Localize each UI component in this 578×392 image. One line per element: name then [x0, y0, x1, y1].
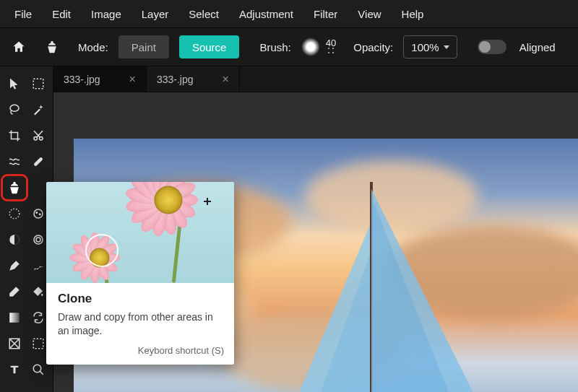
- mode-label: Mode:: [78, 41, 108, 53]
- tool-liquify[interactable]: [4, 152, 25, 172]
- zoom-icon: [32, 363, 45, 376]
- pen-icon: [8, 259, 21, 272]
- menu-select[interactable]: Select: [189, 8, 219, 20]
- home-button[interactable]: [7, 35, 30, 58]
- heal-icon: [32, 155, 45, 168]
- tool-color-replace[interactable]: [29, 308, 49, 328]
- shape-icon: [8, 337, 21, 350]
- menu-help[interactable]: Help: [402, 8, 424, 20]
- svg-point-15: [36, 238, 40, 242]
- tool-marquee[interactable]: [29, 74, 49, 94]
- svg-point-0: [328, 48, 329, 49]
- tool-indicator: [40, 35, 64, 58]
- brush-preview[interactable]: [301, 38, 320, 56]
- svg-point-5: [10, 105, 19, 111]
- tool-draw[interactable]: [29, 256, 49, 276]
- svg-point-12: [40, 214, 41, 215]
- tab-label: 333-.jpg: [64, 74, 100, 85]
- tool-fill[interactable]: [29, 282, 49, 302]
- opacity-dropdown[interactable]: 100%: [403, 35, 457, 58]
- decorative-sail: [316, 254, 370, 392]
- tool-zoom[interactable]: [29, 360, 49, 380]
- frame-icon: [32, 337, 45, 350]
- mode-source-button[interactable]: Source: [179, 35, 240, 58]
- svg-point-1: [332, 48, 334, 49]
- text-icon: [8, 363, 21, 376]
- draw-icon: [32, 259, 45, 272]
- menu-bar: File Edit Image Layer Select Adjustment …: [0, 0, 578, 27]
- chevron-down-icon: [444, 45, 449, 49]
- options-toolbar: Mode: Paint Source Brush: 40 Opacity: 10…: [0, 27, 578, 66]
- menu-image[interactable]: Image: [91, 8, 121, 20]
- clone-source-cross-icon: [204, 198, 211, 205]
- opacity-value: 100%: [411, 41, 439, 53]
- tool-palette: [0, 66, 53, 392]
- tool-gradient[interactable]: [4, 308, 25, 328]
- tool-move[interactable]: [4, 74, 25, 94]
- crop-icon: [8, 129, 21, 142]
- tooltip-description: Draw and copy from other areas in an ima…: [58, 310, 223, 338]
- menu-edit[interactable]: Edit: [52, 8, 71, 20]
- tab-label: 333-.jpg: [157, 74, 194, 85]
- menu-adjustment[interactable]: Adjustment: [239, 8, 293, 20]
- aligned-label: Aligned: [519, 41, 556, 53]
- wand-icon: [32, 103, 45, 116]
- tool-disperse[interactable]: [4, 204, 25, 224]
- close-icon[interactable]: ×: [129, 73, 136, 86]
- svg-rect-16: [9, 313, 20, 323]
- menu-file[interactable]: File: [14, 8, 32, 20]
- svg-point-10: [34, 209, 43, 218]
- aligned-toggle[interactable]: [478, 40, 506, 54]
- brush-size-control[interactable]: 40: [326, 40, 336, 54]
- brush-size-value: 40: [326, 40, 336, 47]
- clone-stamp-icon: [45, 40, 59, 54]
- menu-filter[interactable]: Filter: [314, 8, 337, 20]
- tool-cutout[interactable]: [29, 126, 49, 146]
- document-tab-1[interactable]: 333-.jpg ×: [147, 66, 240, 92]
- menu-layer[interactable]: Layer: [142, 8, 169, 20]
- cutout-icon: [32, 129, 45, 142]
- opacity-label: Opacity:: [353, 41, 393, 53]
- dodge-icon: [8, 233, 21, 246]
- tooltip-preview: [46, 182, 234, 283]
- tool-wand[interactable]: [29, 100, 49, 120]
- tool-crop[interactable]: [4, 126, 25, 146]
- menu-view[interactable]: View: [358, 8, 381, 20]
- blur-icon: [32, 233, 45, 246]
- tool-eraser[interactable]: [4, 282, 25, 302]
- tool-clone-stamp[interactable]: [4, 178, 25, 198]
- svg-point-3: [332, 52, 334, 53]
- tool-text[interactable]: [4, 360, 25, 380]
- mode-paint-button[interactable]: Paint: [118, 35, 169, 58]
- tool-heal[interactable]: [29, 152, 49, 172]
- svg-rect-18: [34, 339, 44, 349]
- sponge-icon: [32, 207, 45, 220]
- eraser-icon: [8, 285, 21, 298]
- svg-rect-8: [33, 157, 43, 167]
- clone-stamp-icon: [7, 180, 22, 195]
- brush-size-dots-icon: [327, 47, 335, 54]
- clone-target-ring-icon: [85, 234, 118, 267]
- tool-sponge[interactable]: [29, 204, 49, 224]
- svg-point-9: [9, 209, 20, 219]
- tool-dodge[interactable]: [4, 230, 25, 250]
- tool-shape[interactable]: [4, 334, 25, 354]
- tooltip-shortcut: Keybord shortcut (S): [46, 342, 234, 365]
- tool-blur[interactable]: [29, 230, 49, 250]
- home-icon: [12, 40, 26, 54]
- replace-icon: [32, 311, 45, 324]
- lasso-icon: [8, 103, 21, 116]
- close-icon[interactable]: ×: [223, 73, 229, 86]
- document-tabbar: 333-.jpg × 333-.jpg ×: [53, 66, 578, 92]
- tool-lasso[interactable]: [4, 100, 25, 120]
- svg-point-14: [34, 235, 43, 244]
- tool-pen[interactable]: [4, 256, 25, 276]
- svg-point-11: [36, 212, 38, 214]
- disperse-icon: [8, 207, 21, 220]
- arrow-icon: [8, 77, 21, 90]
- document-tab-0[interactable]: 333-.jpg ×: [53, 66, 147, 92]
- svg-rect-4: [34, 79, 44, 89]
- tool-frame[interactable]: [29, 334, 49, 354]
- decorative-flower: [134, 182, 226, 245]
- decorative-sail: [371, 196, 451, 392]
